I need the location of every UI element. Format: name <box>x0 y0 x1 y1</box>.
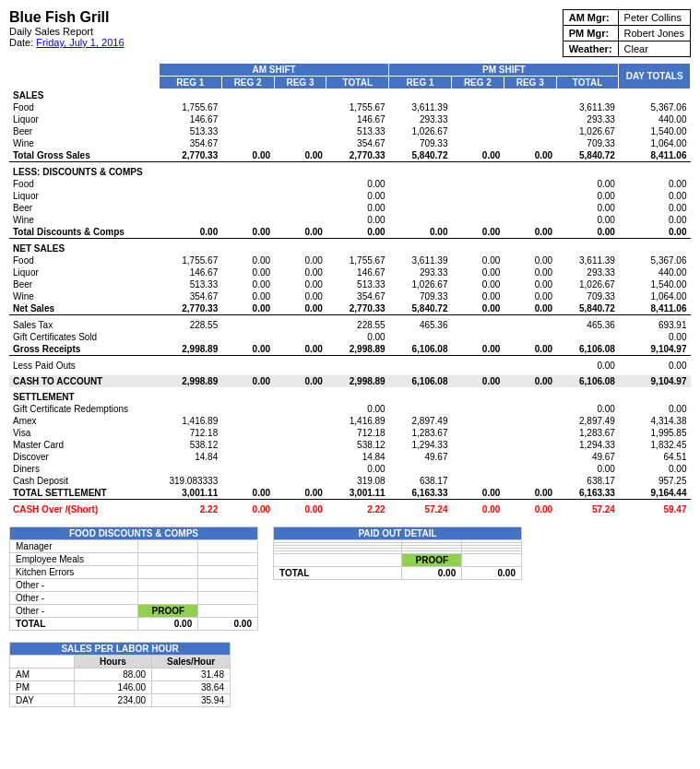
discounts-section-label: LESS: DISCOUNTS & COMPS <box>9 166 159 178</box>
less-paid-outs-row: Less Paid Outs 0.00 0.00 <box>9 360 691 372</box>
restaurant-name: Blue Fish Grill <box>9 9 125 26</box>
pm-reg1-header: REG 1 <box>389 77 452 89</box>
weather-value: Clear <box>618 41 690 57</box>
table-row: Food 1,755.67 0.00 0.00 1,755.67 3,611.3… <box>9 254 691 266</box>
table-row: Gift Certificate Redemptions 0.00 0.00 0… <box>9 403 691 415</box>
am-total-header: TOTAL <box>326 77 389 89</box>
food-discount-row-3: Other - <box>10 578 138 591</box>
table-row: Food 1,755.67 1,755.67 3,611.39 3,611.39… <box>9 101 691 113</box>
table-row: Wine 354.67 354.67 709.33 709.33 1,064.0… <box>9 137 691 149</box>
pm-total-header: TOTAL <box>556 77 619 89</box>
table-row: Liquor 146.67 0.00 0.00 146.67 293.33 0.… <box>9 266 691 278</box>
food-discount-row-2: Kitchen Errors <box>10 565 138 578</box>
total-discounts-row: Total Discounts & Comps 0.00 0.00 0.00 0… <box>9 226 691 239</box>
pm-mgr-value: Robert Jones <box>618 26 690 41</box>
food-discounts-title: FOOD DISCOUNTS & COMPS <box>10 526 258 539</box>
bottom-section: FOOD DISCOUNTS & COMPS Manager Employee … <box>9 526 691 631</box>
am-reg2-header: REG 2 <box>221 77 274 89</box>
paid-out-section: PAID OUT DETAIL PROOF TOTAL 0.00 0.00 <box>273 526 522 631</box>
am-shift-header: AM SHIFT <box>159 64 388 77</box>
am-mgr-value: Peter Collins <box>618 10 690 26</box>
am-mgr-label: AM Mgr: <box>563 10 618 26</box>
gift-cert-row: Gift Certificates Sold 0.00 0.00 <box>9 331 691 343</box>
date-link[interactable]: Friday, July 1, 2016 <box>36 37 124 48</box>
report-subtitle: Daily Sales Report <box>9 26 125 37</box>
main-report-table: AM SHIFT PM SHIFT DAY TOTALS REG 1 REG 2… <box>9 63 691 515</box>
table-row: Visa 712.18 712.18 1,283.67 1,283.67 1,9… <box>9 427 691 439</box>
food-discount-row-4: Other - <box>10 591 138 604</box>
sales-tax-row: Sales Tax 228.55 228.55 465.36 465.36 69… <box>9 319 691 331</box>
pm-reg2-header: REG 2 <box>451 77 504 89</box>
labor-hours-header: Hours <box>74 655 152 668</box>
header-left: Blue Fish Grill Daily Sales Report Date:… <box>9 9 125 57</box>
labor-section: SALES PER LABOR HOUR Hours Sales/Hour AM… <box>9 642 691 707</box>
table-row: Beer 513.33 513.33 1,026.67 1,026.67 1,5… <box>9 125 691 137</box>
table-row: Amex 1,416.89 1,416.89 2,897.49 2,897.49… <box>9 415 691 427</box>
labor-sph-header: Sales/Hour <box>152 655 231 668</box>
labor-day-row: DAY 234.00 35.94 <box>10 693 231 706</box>
paid-out-title: PAID OUT DETAIL <box>274 526 522 539</box>
am-reg1-header: REG 1 <box>159 77 221 89</box>
total-settlement-row: TOTAL SETTLEMENT 3,001.11 0.00 0.00 3,00… <box>9 487 691 500</box>
am-reg3-header: REG 3 <box>274 77 326 89</box>
food-discount-row-0: Manager <box>10 539 138 552</box>
total-gross-sales-row: Total Gross Sales 2,770.33 0.00 0.00 2,7… <box>9 149 691 162</box>
labor-pm-row: PM 146.00 38.64 <box>10 680 231 693</box>
pm-reg3-header: REG 3 <box>504 77 556 89</box>
table-row: Cash Deposit 319.083333 319.08 638.17 63… <box>9 475 691 487</box>
table-row: Discover 14.84 14.84 49.67 49.67 64.51 <box>9 451 691 463</box>
settlement-section-label: SETTLEMENT <box>9 391 159 403</box>
table-row: Diners 0.00 0.00 0.00 <box>9 463 691 475</box>
labor-title: SALES PER LABOR HOUR <box>10 642 231 655</box>
table-row: Liquor 0.00 0.00 0.00 <box>9 190 691 202</box>
table-row: Food 0.00 0.00 0.00 <box>9 178 691 190</box>
cash-to-account-row: CASH TO ACCOUNT 2,998.89 0.00 0.00 2,998… <box>9 375 691 387</box>
report-date: Date: Friday, July 1, 2016 <box>9 37 125 48</box>
gross-receipts-row: Gross Receipts 2,998.89 0.00 0.00 2,998.… <box>9 343 691 356</box>
day-totals-header: DAY TOTALS <box>619 64 691 89</box>
net-sales-section-label: NET SALES <box>9 243 159 254</box>
header-right: AM Mgr: Peter Collins PM Mgr: Robert Jon… <box>563 9 691 57</box>
table-row: Beer 513.33 0.00 0.00 513.33 1,026.67 0.… <box>9 278 691 290</box>
food-discount-row-1: Employee Meals <box>10 552 138 565</box>
food-discount-row-5: Other - <box>10 604 138 617</box>
table-row: Wine 0.00 0.00 0.00 <box>9 214 691 226</box>
table-row: Beer 0.00 0.00 0.00 <box>9 202 691 214</box>
table-row: Liquor 146.67 146.67 293.33 293.33 440.0… <box>9 113 691 125</box>
net-sales-total-row: Net Sales 2,770.33 0.00 0.00 2,770.33 5,… <box>9 302 691 315</box>
labor-am-row: AM 88.00 31.48 <box>10 668 231 680</box>
weather-label: Weather: <box>563 41 618 57</box>
food-discounts-section: FOOD DISCOUNTS & COMPS Manager Employee … <box>9 526 258 631</box>
pm-shift-header: PM SHIFT <box>389 64 619 77</box>
table-row: Master Card 538.12 538.12 1,294.33 1,294… <box>9 439 691 451</box>
pm-mgr-label: PM Mgr: <box>563 26 618 41</box>
sales-section-label: SALES <box>9 89 159 101</box>
table-row: Wine 354.67 0.00 0.00 354.67 709.33 0.00… <box>9 290 691 302</box>
page-header: Blue Fish Grill Daily Sales Report Date:… <box>9 9 691 57</box>
cash-over-row: CASH Over /(Short) 2.22 0.00 0.00 2.22 5… <box>9 503 691 515</box>
